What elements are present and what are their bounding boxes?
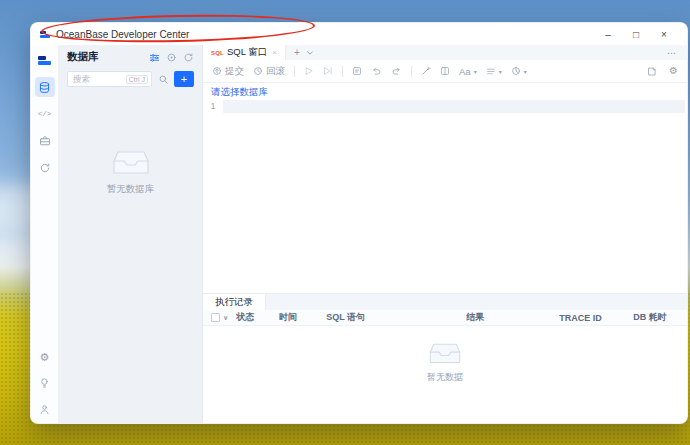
run-selection-button[interactable] bbox=[323, 66, 333, 76]
sidebar-title: 数据库 bbox=[67, 50, 99, 64]
chevron-down-icon: ▾ bbox=[524, 68, 527, 75]
explain-plan-button[interactable]: ▾ bbox=[511, 66, 527, 76]
sidebar-empty-state: 暂无数据库 bbox=[59, 147, 202, 196]
tab-overflow-button[interactable]: ⋯ bbox=[667, 45, 687, 60]
results-empty-text: 暂无数据 bbox=[427, 371, 463, 384]
tab-dropdown-chevron-icon[interactable] bbox=[306, 49, 314, 57]
toolbox-icon bbox=[39, 135, 51, 147]
case-format-button[interactable]: Aa ▾ bbox=[459, 66, 477, 77]
shortcut-badge: Ctrl J bbox=[126, 75, 148, 84]
sidebar-empty-text: 暂无数据库 bbox=[107, 183, 155, 196]
search-box: Ctrl J bbox=[67, 71, 152, 87]
empty-tray-icon bbox=[112, 147, 150, 177]
redo-button[interactable] bbox=[391, 66, 402, 76]
chevron-down-icon: ▾ bbox=[499, 68, 502, 75]
sidebar-item-sync[interactable] bbox=[35, 158, 55, 178]
empty-tray-icon bbox=[428, 340, 462, 366]
editor-line: 1 bbox=[203, 100, 685, 113]
column-mode-button[interactable] bbox=[440, 66, 450, 76]
results-panel: 执行记录 ∨ 状态 时间 SQL 语句 结果 TRACE ID DB 耗时 bbox=[203, 293, 687, 424]
sync-icon bbox=[39, 162, 51, 174]
tab-close-icon[interactable]: × bbox=[272, 48, 277, 57]
sql-editor[interactable]: 请选择数据库 1 bbox=[203, 83, 687, 293]
select-all-checkbox[interactable] bbox=[211, 313, 220, 322]
toolbar-separator bbox=[411, 66, 412, 77]
tab-sql-window[interactable]: SQL SQL 窗口 × bbox=[203, 45, 286, 60]
results-empty-state: 暂无数据 bbox=[203, 326, 687, 424]
commit-button[interactable]: 提交 bbox=[212, 65, 244, 78]
commit-icon bbox=[212, 66, 222, 76]
commit-label: 提交 bbox=[225, 65, 244, 78]
help-button[interactable] bbox=[35, 373, 55, 393]
main-area: SQL SQL 窗口 × + ⋯ bbox=[203, 45, 687, 424]
lightbulb-icon bbox=[39, 377, 50, 389]
rollback-button[interactable]: 回滚 bbox=[253, 65, 285, 78]
tab-execution-history[interactable]: 执行记录 bbox=[203, 294, 266, 310]
editor-settings-gear-icon[interactable]: ⚙ bbox=[669, 66, 678, 76]
pie-icon bbox=[511, 66, 521, 76]
minimize-button[interactable]: – bbox=[594, 29, 622, 40]
app-window: OceanBase Developer Center – □ × </> bbox=[30, 22, 688, 424]
sidebar-item-tools[interactable] bbox=[35, 131, 55, 151]
close-button[interactable]: × bbox=[650, 29, 678, 40]
column-header-status: 状态 bbox=[236, 311, 279, 324]
results-tabstrip: 执行记录 bbox=[203, 293, 687, 310]
rollback-clock-icon bbox=[253, 66, 263, 76]
sidebar-item-scripts[interactable]: </> bbox=[35, 104, 55, 124]
scope-button[interactable] bbox=[166, 52, 177, 63]
lines-icon bbox=[486, 67, 496, 76]
column-header-traceid: TRACE ID bbox=[559, 313, 633, 323]
account-button[interactable] bbox=[35, 399, 55, 419]
text-operations-button[interactable]: ▾ bbox=[486, 67, 502, 76]
column-header-time: 时间 bbox=[279, 311, 326, 324]
results-table-header: ∨ 状态 时间 SQL 语句 结果 TRACE ID DB 耗时 bbox=[203, 310, 687, 326]
search-row: Ctrl J + bbox=[59, 69, 202, 89]
odc-logo-icon bbox=[35, 50, 55, 70]
snippet-wand-button[interactable] bbox=[421, 66, 431, 76]
plus-icon: + bbox=[181, 74, 187, 85]
activity-bar: </> ⚙ bbox=[31, 45, 59, 424]
line-number: 1 bbox=[203, 100, 223, 113]
code-icon: </> bbox=[38, 110, 52, 118]
tab-label: SQL 窗口 bbox=[227, 46, 267, 59]
toolbar-separator bbox=[294, 66, 295, 77]
case-label: Aa bbox=[459, 66, 471, 77]
filter-button[interactable] bbox=[149, 52, 160, 63]
gear-icon: ⚙ bbox=[40, 352, 50, 363]
checkbox-dropdown-chevron[interactable]: ∨ bbox=[223, 314, 228, 322]
sidebar-header: 数据库 bbox=[59, 45, 202, 69]
desktop: OceanBase Developer Center – □ × </> bbox=[0, 0, 690, 445]
undo-button[interactable] bbox=[371, 66, 382, 76]
select-database-link[interactable]: 请选择数据库 bbox=[211, 86, 268, 99]
sql-toolbar: 提交 回滚 bbox=[203, 60, 687, 83]
chevron-down-icon: ▾ bbox=[474, 68, 477, 75]
column-header-sql: SQL 语句 bbox=[326, 311, 466, 324]
user-icon bbox=[39, 404, 50, 415]
window-controls: – □ × bbox=[594, 29, 678, 40]
save-script-button[interactable] bbox=[647, 66, 657, 77]
app-body: </> ⚙ bbox=[31, 45, 687, 424]
run-button[interactable] bbox=[304, 66, 314, 76]
search-input[interactable] bbox=[71, 73, 126, 85]
sidebar-item-database[interactable] bbox=[35, 77, 55, 97]
toolbar-separator bbox=[342, 66, 343, 77]
database-sidebar: 数据库 bbox=[59, 45, 203, 424]
rollback-label: 回滚 bbox=[266, 65, 285, 78]
current-line-highlight bbox=[223, 100, 685, 113]
new-tab-button[interactable]: + bbox=[294, 48, 300, 58]
column-header-db-time: DB 耗时 bbox=[633, 311, 679, 324]
maximize-button[interactable]: □ bbox=[622, 29, 650, 40]
editor-tabbar: SQL SQL 窗口 × + ⋯ bbox=[203, 45, 687, 60]
settings-button[interactable]: ⚙ bbox=[35, 347, 55, 367]
add-datasource-button[interactable]: + bbox=[174, 71, 194, 87]
search-button[interactable] bbox=[156, 72, 170, 86]
format-sql-button[interactable] bbox=[352, 66, 362, 76]
database-icon bbox=[38, 81, 51, 94]
refresh-button[interactable] bbox=[183, 52, 194, 63]
sql-file-icon: SQL bbox=[211, 50, 224, 56]
column-header-result: 结果 bbox=[466, 311, 559, 324]
